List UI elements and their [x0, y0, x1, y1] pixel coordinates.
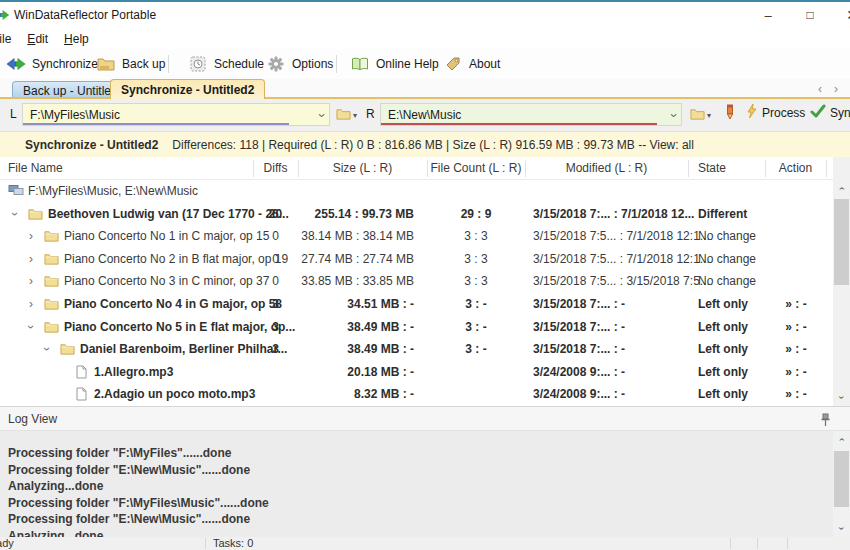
column-divider: [298, 160, 299, 177]
folder-icon: [44, 252, 59, 268]
size-cell: 34.51 MB : -: [298, 297, 416, 311]
expander-collapse-icon[interactable]: ›: [26, 320, 36, 334]
left-path-dropdown-icon[interactable]: ›: [314, 113, 329, 117]
file-count-cell: 3 : -: [427, 320, 525, 334]
expander-expand-icon[interactable]: ›: [26, 274, 36, 288]
backup-button[interactable]: Back up: [92, 52, 169, 76]
table-row[interactable]: ›Piano Concerto No 1 in C major, op 1503…: [0, 225, 833, 248]
file-icon: [76, 387, 87, 404]
column-header-diffs[interactable]: Diffs: [253, 161, 298, 175]
size-cell: 255.14 : 99.73 MB: [298, 207, 416, 221]
pin-icon[interactable]: [820, 413, 831, 430]
column-header-size-l-r[interactable]: Size (L : R): [298, 161, 427, 175]
folder-icon: [44, 320, 59, 336]
expander-expand-icon[interactable]: ›: [26, 229, 36, 243]
file-count-cell: 3 : 3: [427, 252, 525, 266]
table-row[interactable]: ›Piano Concerto No 5 in E flat major, op…: [0, 316, 833, 339]
menu-item-edit[interactable]: Edit: [19, 30, 56, 48]
options-button[interactable]: Options: [262, 52, 337, 76]
file-icon: [76, 365, 87, 382]
right-path-input[interactable]: [381, 104, 681, 125]
table-scrollbar-thumb[interactable]: [834, 199, 849, 285]
expander-collapse-icon[interactable]: ›: [10, 207, 20, 221]
table-row[interactable]: ›Piano Concerto No 4 in G major, op 5833…: [0, 293, 833, 316]
table-row[interactable]: ›Daniel Barenboim, Berliner Philhar...33…: [0, 338, 833, 361]
synchronize-button[interactable]: Synchronize: [2, 52, 102, 76]
status-separator: [757, 538, 758, 549]
column-divider: [253, 160, 254, 177]
diffs-cell: 3: [253, 342, 298, 356]
left-browse-button[interactable]: ▾: [336, 105, 364, 125]
log-scrollbar-thumb[interactable]: [834, 451, 849, 507]
action-cell: » : -: [765, 365, 827, 379]
tab-synchronize-untitled2[interactable]: Synchronize - Untitled2: [110, 79, 265, 99]
log-line: Analyzing...done: [8, 528, 833, 537]
folder-icon: [44, 229, 59, 245]
column-header-file-count-l-r[interactable]: File Count (L : R): [427, 161, 525, 175]
scroll-down-icon[interactable]: ›: [833, 520, 850, 537]
right-path-dropdown-icon[interactable]: ›: [666, 113, 681, 117]
tab-scroll-right-icon[interactable]: ›: [834, 82, 838, 96]
minimize-button[interactable]: –: [747, 2, 789, 29]
log-view-title: Log View: [8, 412, 57, 426]
about-icon: [443, 56, 463, 72]
expander-expand-icon[interactable]: ›: [26, 252, 36, 266]
action-cell: » : -: [765, 297, 827, 311]
right-path-combo: ›: [380, 103, 682, 126]
scroll-up-icon[interactable]: ›: [833, 431, 850, 448]
maximize-button[interactable]: □: [789, 2, 831, 29]
table-row[interactable]: ›Beethoven Ludwig van (17 Dec 1770 - 26.…: [0, 203, 833, 226]
status-bar: Ready Tasks: 0: [0, 537, 850, 550]
right-browse-button[interactable]: ▾: [690, 105, 718, 125]
left-path-input[interactable]: [23, 104, 329, 125]
expander-collapse-icon[interactable]: ›: [42, 342, 52, 356]
table-row[interactable]: F:\MyFiles\Music, E:\New\Music: [0, 180, 833, 203]
about-button[interactable]: About: [439, 52, 504, 76]
file-name-cell: Piano Concerto No 3 in C minor, op 37: [64, 274, 269, 288]
log-line: Processing folder "F:\MyFiles"......done: [8, 445, 833, 462]
left-path-label: L: [10, 107, 17, 121]
app-icon: [0, 7, 10, 23]
table-row[interactable]: 2.Adagio un poco moto.mp38.32 MB : -3/24…: [0, 383, 833, 406]
log-view-header: Log View: [0, 406, 850, 431]
backup-icon: [96, 56, 116, 72]
folder-icon: [44, 274, 59, 290]
table-row[interactable]: ›Piano Concerto No 3 in C minor, op 3703…: [0, 270, 833, 293]
column-header-state[interactable]: State: [698, 161, 726, 175]
column-header-modified-l-r[interactable]: Modified (L : R): [525, 161, 688, 175]
lightning-icon: [746, 104, 758, 122]
sync-button[interactable]: Synchronize: [810, 104, 850, 121]
tab-scroll-left-icon[interactable]: ‹: [818, 82, 822, 96]
diffs-cell: 3: [253, 297, 298, 311]
column-header-action[interactable]: Action: [765, 161, 826, 175]
synchronize-icon: [6, 56, 26, 72]
modified-cell: 3/15/2018 7:... : -: [533, 297, 685, 311]
menu-item-help[interactable]: Help: [56, 30, 97, 48]
toolbar-separator: [336, 55, 337, 73]
log-scrollbar[interactable]: › ›: [833, 431, 850, 537]
close-button[interactable]: ✕: [831, 2, 850, 29]
scroll-down-icon[interactable]: ›: [833, 389, 850, 406]
menu-item-file[interactable]: File: [0, 30, 19, 48]
table-row[interactable]: 1.Allegro.mp320.18 MB : -3/24/2008 9:...…: [0, 361, 833, 384]
schedule-button[interactable]: Schedule: [184, 52, 268, 76]
process-button[interactable]: Process: [746, 104, 805, 122]
expander-expand-icon[interactable]: ›: [26, 297, 36, 311]
state-cell: No change: [698, 274, 778, 288]
size-cell: 27.74 MB : 27.74 MB: [298, 252, 416, 266]
file-count-cell: 29 : 9: [427, 207, 525, 221]
folder-icon: [44, 297, 59, 313]
column-divider: [765, 160, 766, 177]
size-cell: 38.49 MB : -: [298, 342, 416, 356]
column-divider: [826, 160, 827, 177]
scroll-up-icon[interactable]: ›: [833, 180, 850, 197]
file-count-cell: 3 : -: [427, 342, 525, 356]
toolbar: SynchronizeBack upScheduleOptionsOnline …: [0, 49, 850, 79]
column-header-file-name[interactable]: File Name: [8, 161, 63, 175]
modified-cell: 3/15/2018 7:5... : 3/15/2018 7:5...: [533, 274, 685, 288]
table-row[interactable]: ›Piano Concerto No 2 in B flat major, op…: [0, 248, 833, 271]
edit-filters-button[interactable]: [726, 104, 734, 123]
file-name-cell: Piano Concerto No 1 in C major, op 15: [64, 229, 269, 243]
table-scrollbar[interactable]: › ›: [833, 157, 850, 406]
online-help-button[interactable]: Online Help: [346, 52, 443, 76]
